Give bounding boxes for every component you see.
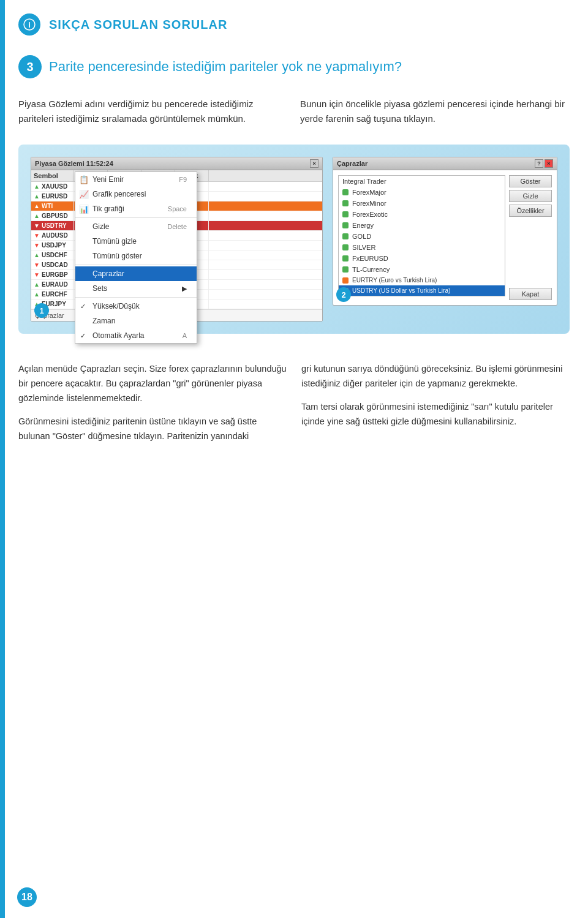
bottom-left-col: Açılan menüde Çaprazları seçin. Size for… xyxy=(18,362,287,453)
symbol-usdtry: ▼USDTRY xyxy=(31,221,74,230)
symbol-usdchf: ▲USDCHF xyxy=(31,250,74,260)
cm-yeni-emir[interactable]: 📋 Yeni Emir F9 xyxy=(75,172,197,187)
cm-tumunu-goster[interactable]: Tümünü göster xyxy=(75,249,197,263)
page-number: 18 xyxy=(17,887,37,907)
cm-caprazlar[interactable]: Çaprazlar xyxy=(75,266,197,281)
caprazlar-buttons: Göster Gizle Özellikler Kapat xyxy=(509,175,552,300)
bottom-text-section: Açılan menüde Çaprazları seçin. Size for… xyxy=(0,352,588,462)
cm-tumunu-gizle[interactable]: Tümünü gizle xyxy=(75,234,197,249)
cm-grafik-penceresi[interactable]: 📈 Grafik penceresi xyxy=(75,187,197,201)
caprazlar-title: Çaprazlar xyxy=(337,160,368,167)
cm-divider xyxy=(75,217,197,218)
cm-divider-2 xyxy=(75,265,197,265)
bottom-right-para-1: gri kutunun sarıya döndüğünü göreceksini… xyxy=(301,362,570,391)
cm-yuksek-dusuk[interactable]: ✓ Yüksek/Düşük xyxy=(75,299,197,314)
cap-tl-currency[interactable]: TL-Currency xyxy=(339,264,505,275)
badge-2: 2 xyxy=(336,287,351,302)
symbol-xauusd: ▲XAUUSD xyxy=(31,182,74,191)
symbol-eurgbp: ▼EURGBP xyxy=(31,270,74,279)
left-accent-bar xyxy=(0,0,5,918)
symbol-wti: ▲WTI xyxy=(31,201,74,211)
cap-usdtry[interactable]: USDTRY (US Dollar vs Turkish Lira) xyxy=(339,285,505,296)
screenshots-area: Piyasa Gözlemi 11:52:24 × Sembol Satış A… xyxy=(18,145,570,334)
bottom-right-col: gri kutunun sarıya döndüğünü göreceksini… xyxy=(301,362,570,453)
header-title: SIKÇA SORULAN SORULAR xyxy=(49,18,227,32)
cap-eurtry[interactable]: EURTRY (Euro vs Turkish Lira) xyxy=(339,275,505,285)
market-watch-title: Piyasa Gözlemi 11:52:24 xyxy=(35,160,113,167)
market-watch-titlebar: Piyasa Gözlemi 11:52:24 × xyxy=(31,157,322,170)
caprazlar-list: Integral Trader ForexMajor ForexMinor xyxy=(338,175,505,296)
screenshot-1-wrap: Piyasa Gözlemi 11:52:24 × Sembol Satış A… xyxy=(31,157,323,322)
gizle-button[interactable]: Gizle xyxy=(509,190,552,202)
kapat-button[interactable]: Kapat xyxy=(509,288,552,300)
cap-energy[interactable]: Energy xyxy=(339,220,505,231)
cap-close-btn[interactable]: × xyxy=(545,159,553,168)
bottom-right-para-2: Tam tersi olarak görünmesini istemediğin… xyxy=(301,400,570,429)
question-number: 3 xyxy=(18,55,42,78)
cm-otomatik-ayarla[interactable]: ✓ Otomatik Ayarla A xyxy=(75,328,197,343)
cm-sets[interactable]: Sets ▶ xyxy=(75,281,197,296)
screenshot-2-wrap: Çaprazlar ? × Integral Trader xyxy=(333,157,557,306)
bottom-left-para-2: Görünmesini istediğiniz paritenin üstüne… xyxy=(18,415,287,444)
symbol-gbpusd: ▲GBPUSD xyxy=(31,211,74,220)
cm-zaman[interactable]: Zaman xyxy=(75,314,197,328)
col-sembol: Sembol xyxy=(31,170,74,181)
caprazlar-window: Çaprazlar ? × Integral Trader xyxy=(333,157,557,306)
cap-gold[interactable]: GOLD xyxy=(339,231,505,242)
cap-forexexotic[interactable]: ForexExotic xyxy=(339,209,505,220)
context-menu: 📋 Yeni Emir F9 📈 Grafik penceresi 📊 Tik … xyxy=(75,171,197,344)
intro-right: Bunun için öncelikle piyasa gözlemi penc… xyxy=(300,97,570,126)
symbol-eurusd: ▲EURUSD xyxy=(31,192,74,201)
cap-fxeurusd[interactable]: FxEURUSD xyxy=(339,253,505,264)
header: i SIKÇA SORULAN SORULAR xyxy=(0,0,588,49)
caprazlar-body: Integral Trader ForexMajor ForexMinor xyxy=(333,170,557,305)
cap-integral-trader[interactable]: Integral Trader xyxy=(339,176,505,187)
symbol-audusd: ▼AUDUSD xyxy=(31,231,74,240)
badge-1: 1 xyxy=(34,303,49,318)
question-section: 3 Parite penceresinde istediğim paritele… xyxy=(18,55,402,78)
cap-forexminor[interactable]: ForexMinor xyxy=(339,198,505,209)
question-text: Parite penceresinde istediğim pariteler … xyxy=(49,59,402,75)
bottom-left-para-1: Açılan menüde Çaprazları seçin. Size for… xyxy=(18,362,287,406)
symbol-euraud: ▲EURAUD xyxy=(31,280,74,289)
cm-gizle[interactable]: Gizle Delete xyxy=(75,219,197,234)
symbol-usdcad: ▼USDCAD xyxy=(31,260,74,269)
svg-text:i: i xyxy=(28,20,31,29)
cap-silver[interactable]: SILVER xyxy=(339,242,505,253)
cap-forexmajor[interactable]: ForexMajor xyxy=(339,187,505,198)
cm-divider-3 xyxy=(75,297,197,298)
goster-button[interactable]: Göster xyxy=(509,175,552,187)
caprazlar-list-col: Integral Trader ForexMajor ForexMinor xyxy=(338,175,505,300)
ozellikler-button[interactable]: Özellikler xyxy=(509,205,552,217)
header-icon: i xyxy=(18,13,40,36)
intro-text-section: Piyasa Gözlemi adını verdiğimiz bu pence… xyxy=(0,91,588,132)
symbol-usdjpy: ▼USDJPY xyxy=(31,241,74,250)
win-close-btn[interactable]: × xyxy=(310,159,318,168)
cm-tik-grafigi[interactable]: 📊 Tik grafiği Space xyxy=(75,201,197,216)
intro-left: Piyasa Gözlemi adını verdiğimiz bu pence… xyxy=(18,97,288,126)
caprazlar-titlebar: Çaprazlar ? × xyxy=(333,157,557,170)
cap-help-btn[interactable]: ? xyxy=(535,159,543,168)
symbol-eurchf: ▲EURCHF xyxy=(31,290,74,299)
